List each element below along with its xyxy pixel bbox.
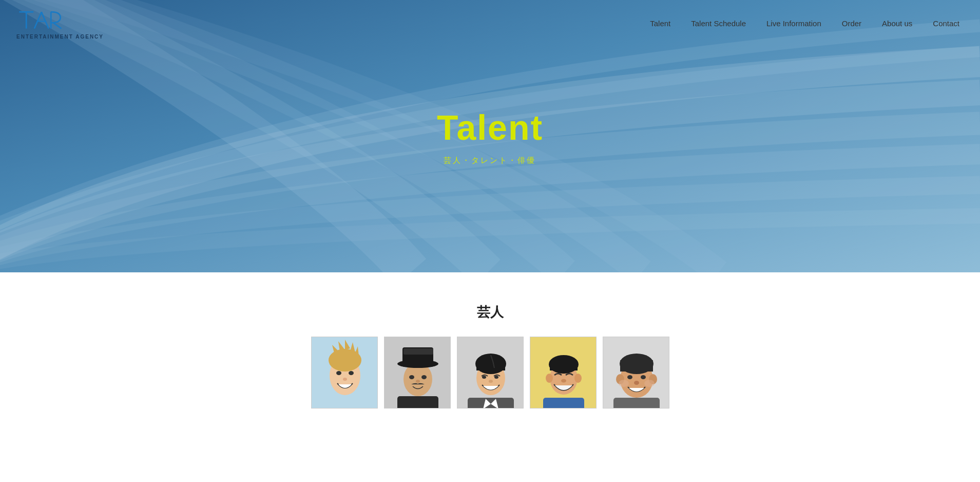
hero-subtitle: 芸人・タレント・俳優 (437, 156, 543, 165)
nav-contact[interactable]: Contact (933, 19, 959, 28)
svg-line-7 (53, 23, 62, 28)
logo[interactable]: ENTERTAINMENT AGENCY (15, 7, 104, 40)
svg-rect-51 (620, 360, 653, 372)
logo-icon (15, 7, 77, 38)
nav-about-us[interactable]: About us (882, 19, 912, 28)
svg-point-45 (574, 374, 582, 383)
talent-card-5[interactable] (603, 337, 669, 409)
svg-point-17 (336, 371, 341, 375)
svg-point-44 (546, 374, 553, 383)
svg-point-36 (482, 376, 486, 379)
talent-card-2[interactable] (384, 337, 451, 409)
svg-rect-25 (403, 348, 433, 355)
logo-subtitle: ENTERTAINMENT AGENCY (16, 34, 104, 40)
talent-card-4[interactable] (530, 337, 597, 409)
talent-card-3[interactable] (457, 337, 524, 409)
svg-point-28 (416, 380, 420, 383)
svg-point-54 (627, 375, 632, 379)
svg-rect-43 (550, 361, 578, 370)
svg-point-46 (561, 379, 566, 383)
nav-order[interactable]: Order (842, 19, 861, 28)
svg-point-58 (644, 380, 655, 387)
svg-point-55 (641, 375, 646, 379)
hero-content: Talent 芸人・タレント・俳優 (437, 107, 543, 165)
talent-grid (0, 337, 980, 409)
svg-rect-48 (613, 398, 660, 409)
svg-point-38 (489, 380, 493, 383)
main-nav: Talent Talent Schedule Live Information … (650, 19, 959, 28)
svg-point-26 (409, 375, 414, 379)
hero-title: Talent (437, 107, 543, 147)
svg-rect-30 (468, 398, 514, 409)
svg-point-56 (634, 381, 639, 385)
section-heading-geinin: 芸人 (0, 303, 980, 321)
svg-rect-40 (543, 398, 584, 409)
talent-card-1[interactable] (311, 337, 378, 409)
svg-point-37 (494, 376, 498, 379)
nav-live-information[interactable]: Live Information (766, 19, 821, 28)
content-section: 芸人 (0, 272, 980, 429)
svg-point-19 (343, 378, 347, 381)
svg-point-27 (421, 375, 427, 379)
nav-talent-schedule[interactable]: Talent Schedule (691, 19, 746, 28)
site-header: ENTERTAINMENT AGENCY Talent Talent Sched… (0, 0, 980, 47)
svg-rect-35 (476, 360, 505, 370)
svg-rect-21 (397, 396, 438, 409)
svg-point-18 (349, 371, 354, 375)
svg-point-57 (619, 380, 629, 387)
nav-talent[interactable]: Talent (650, 19, 670, 28)
